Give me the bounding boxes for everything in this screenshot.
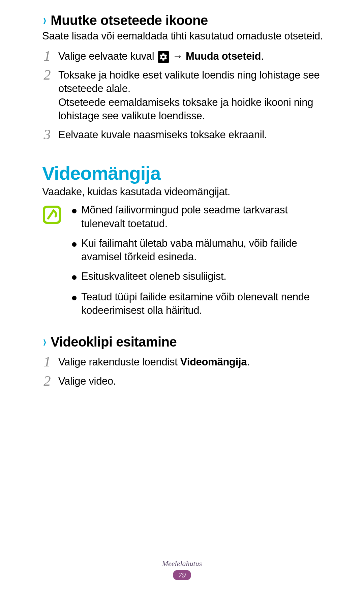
note-block: ●Mõned failivormingud pole seadme tarkva… — [42, 203, 327, 323]
steps-list-2: 1 Valige rakenduste loendist Videomängij… — [42, 355, 327, 388]
settings-icon — [158, 51, 169, 63]
bullet-dot: ● — [71, 291, 77, 318]
step-number: 2 — [42, 68, 52, 82]
step-number: 2 — [42, 374, 52, 388]
step-text: Valige video. — [58, 375, 327, 388]
footer-category: Meelelahutus — [0, 559, 364, 568]
list-item: ●Kui failimaht ületab vaba mälumahu, või… — [71, 237, 327, 264]
step-text-post: . — [247, 356, 249, 368]
bullet-dot: ● — [71, 204, 77, 231]
bullet-text: Esituskvaliteet oleneb sisuliigist. — [81, 270, 226, 284]
arrow-text: → — [173, 50, 183, 62]
heading-videoplayer: Videomängija — [42, 162, 327, 184]
bullet-text: Mõned failivormingud pole seadme tarkvar… — [81, 203, 327, 231]
step-number: 3 — [42, 127, 52, 142]
step-body: Toksake ja hoidke eset valikute loendis … — [58, 68, 327, 123]
bullet-list: ●Mõned failivormingud pole seadme tarkva… — [71, 203, 327, 323]
step-body: Valige rakenduste loendist Videomängija. — [58, 355, 327, 369]
intro-text: Saate lisada või eemaldada tihti kasutat… — [42, 30, 327, 43]
step-row: 2 Valige video. — [42, 375, 327, 388]
subheading-text: Muutke otseteede ikoone — [51, 12, 208, 28]
document-page: › Muutke otseteede ikoone Saate lisada v… — [0, 0, 364, 597]
bullet-dot: ● — [71, 237, 77, 264]
step-number: 1 — [42, 49, 52, 63]
step-text: Toksake ja hoidke eset valikute loendis … — [58, 68, 327, 96]
step-row: 3 Eelvaate kuvale naasmiseks toksake ekr… — [42, 128, 327, 142]
subheading-text: Videoklipi esitamine — [51, 334, 177, 350]
bullet-dot: ● — [71, 270, 77, 284]
step-text-bold: Videomängija — [180, 356, 247, 368]
steps-list-1: 1 Valige eelvaate kuval → Muuda otseteid… — [42, 50, 327, 142]
step-text: Eelvaate kuvale naasmiseks toksake ekraa… — [58, 128, 327, 142]
step-number: 1 — [42, 355, 52, 369]
list-item: ●Teatud tüüpi failide esitamine võib ole… — [71, 290, 327, 318]
step-row: 2 Toksake ja hoidke eset valikute loendi… — [42, 68, 327, 123]
bullet-text: Kui failimaht ületab vaba mälumahu, võib… — [81, 237, 327, 264]
chevron-icon: › — [43, 333, 46, 349]
step-row: 1 Valige rakenduste loendist Videomängij… — [42, 355, 327, 369]
list-item: ●Esituskvaliteet oleneb sisuliigist. — [71, 270, 327, 284]
subheading-playclip: › Videoklipi esitamine — [42, 333, 327, 350]
note-icon — [42, 205, 62, 225]
step-text-pre: Valige rakenduste loendist — [58, 356, 180, 368]
bullet-text: Teatud tüüpi failide esitamine võib olen… — [81, 290, 327, 318]
list-item: ●Mõned failivormingud pole seadme tarkva… — [71, 203, 327, 231]
step-text-bold: Muuda otseteid — [186, 50, 261, 62]
step-text: Otseteede eemaldamiseks toksake ja hoidk… — [58, 96, 327, 123]
subheading-shortcuts: › Muutke otseteede ikoone — [42, 12, 327, 28]
chevron-icon: › — [43, 12, 46, 27]
intro-text: Vaadake, kuidas kasutada videomängijat. — [42, 185, 327, 199]
step-row: 1 Valige eelvaate kuval → Muuda otseteid… — [42, 50, 327, 63]
step-text-pre: Valige eelvaate kuval — [58, 50, 157, 62]
page-number-badge: 79 — [173, 570, 191, 580]
step-body: Valige eelvaate kuval → Muuda otseteid. — [58, 50, 327, 63]
step-text-post: . — [261, 50, 264, 62]
page-footer: Meelelahutus 79 — [0, 559, 364, 580]
